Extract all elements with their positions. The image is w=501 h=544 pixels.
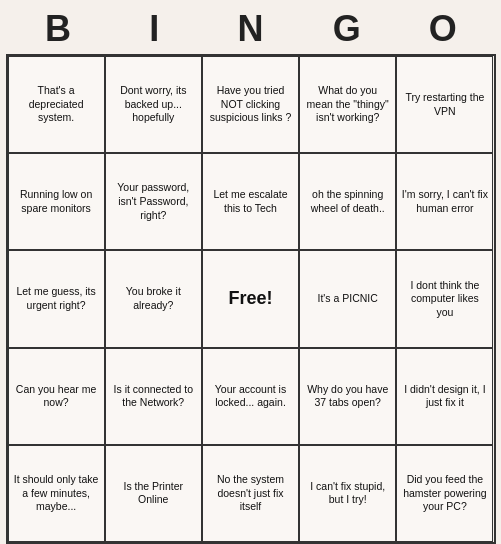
cell-23[interactable]: I can't fix stupid, but I try! bbox=[299, 445, 396, 542]
cell-4[interactable]: Try restarting the VPN bbox=[396, 56, 493, 153]
cell-22[interactable]: No the system doesn't just fix itself bbox=[202, 445, 299, 542]
cell-6[interactable]: Your password, isn't Password, right? bbox=[105, 153, 202, 250]
cell-15[interactable]: Can you hear me now? bbox=[8, 348, 105, 445]
bingo-title: B I N G O bbox=[0, 0, 501, 54]
bingo-grid: That's a depreciated system. Dont worry,… bbox=[6, 54, 496, 544]
cell-1[interactable]: Dont worry, its backed up... hopefully bbox=[105, 56, 202, 153]
cell-18[interactable]: Why do you have 37 tabs open? bbox=[299, 348, 396, 445]
title-letter-o: O bbox=[400, 8, 487, 50]
cell-17[interactable]: Your account is locked... again. bbox=[202, 348, 299, 445]
cell-24[interactable]: Did you feed the hamster powering your P… bbox=[396, 445, 493, 542]
cell-21[interactable]: Is the Printer Online bbox=[105, 445, 202, 542]
title-letter-i: I bbox=[111, 8, 198, 50]
cell-14[interactable]: I dont think the computer likes you bbox=[396, 250, 493, 347]
cell-0[interactable]: That's a depreciated system. bbox=[8, 56, 105, 153]
title-letter-n: N bbox=[207, 8, 294, 50]
cell-19[interactable]: I didn't design it, I just fix it bbox=[396, 348, 493, 445]
cell-8[interactable]: oh the spinning wheel of death.. bbox=[299, 153, 396, 250]
cell-11[interactable]: You broke it already? bbox=[105, 250, 202, 347]
title-letter-g: G bbox=[303, 8, 390, 50]
cell-3[interactable]: What do you mean the "thingy" isn't work… bbox=[299, 56, 396, 153]
cell-5[interactable]: Running low on spare monitors bbox=[8, 153, 105, 250]
cell-16[interactable]: Is it connected to the Network? bbox=[105, 348, 202, 445]
cell-9[interactable]: I'm sorry, I can't fix human error bbox=[396, 153, 493, 250]
cell-13[interactable]: It's a PICNIC bbox=[299, 250, 396, 347]
cell-7[interactable]: Let me escalate this to Tech bbox=[202, 153, 299, 250]
cell-20[interactable]: It should only take a few minutes, maybe… bbox=[8, 445, 105, 542]
cell-10[interactable]: Let me guess, its urgent right? bbox=[8, 250, 105, 347]
title-letter-b: B bbox=[15, 8, 102, 50]
cell-2[interactable]: Have you tried NOT clicking suspicious l… bbox=[202, 56, 299, 153]
cell-free[interactable]: Free! bbox=[202, 250, 299, 347]
